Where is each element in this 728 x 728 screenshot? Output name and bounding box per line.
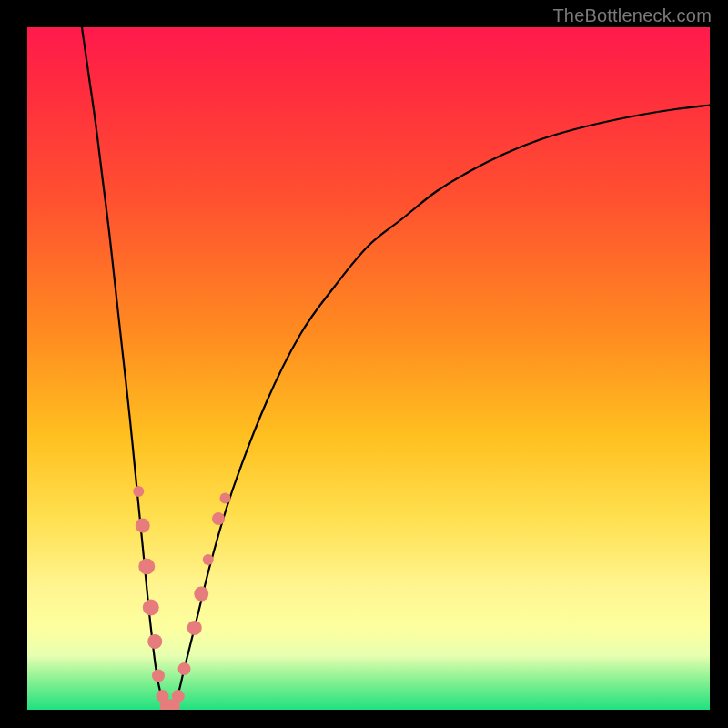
marker-dot: [143, 600, 159, 616]
marker-dot: [152, 670, 165, 682]
marker-dot: [133, 486, 144, 497]
marker-dot: [194, 587, 208, 602]
marker-dot: [138, 559, 155, 575]
chart-frame: TheBottleneck.com: [0, 0, 728, 728]
marker-dot: [212, 512, 225, 525]
marker-dot: [172, 690, 185, 703]
marker-dot: [147, 634, 162, 649]
plot-area: [27, 27, 710, 710]
marker-dot: [178, 662, 191, 675]
marker-dot: [187, 621, 202, 635]
marker-dot: [220, 493, 231, 504]
curve-layer: [27, 27, 710, 710]
bottleneck-curve: [82, 27, 710, 710]
marker-dot: [203, 554, 214, 565]
watermark-text: TheBottleneck.com: [552, 5, 712, 26]
marker-dot: [136, 519, 150, 533]
